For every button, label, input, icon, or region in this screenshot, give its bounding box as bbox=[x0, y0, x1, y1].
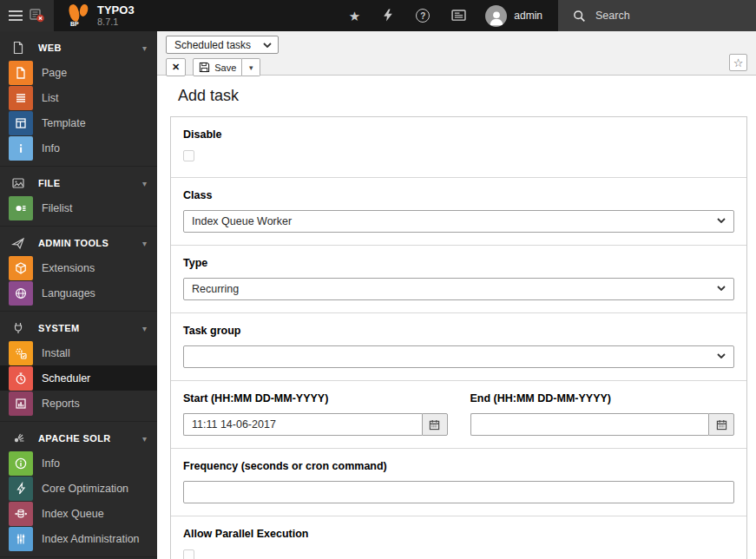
parallel-checkbox[interactable] bbox=[183, 549, 194, 559]
brand-version: 8.7.1 bbox=[97, 16, 135, 27]
menu-header-web[interactable]: WEB ▾ bbox=[0, 36, 157, 60]
close-button[interactable]: ✕ bbox=[166, 58, 186, 76]
chevron-down-icon: ▾ bbox=[142, 43, 147, 53]
solr-info-icon bbox=[9, 451, 33, 476]
docheader: Scheduled tasks ✕ Save ▾ ☆ bbox=[157, 31, 756, 76]
menu-header-apache-solr[interactable]: APACHE SOLR ▾ bbox=[0, 426, 157, 450]
sidebar-item-template[interactable]: Template bbox=[0, 110, 157, 135]
sidebar-item-label: Install bbox=[42, 347, 70, 359]
save-button[interactable]: Save bbox=[193, 58, 242, 76]
form-section-disable: Disable bbox=[171, 117, 746, 177]
menu-header-label: WEB bbox=[38, 43, 62, 53]
calendar-icon bbox=[716, 419, 727, 431]
form-section-frequency: Frequency (seconds or cron command) bbox=[171, 448, 746, 516]
extensions-cube-icon bbox=[9, 256, 33, 280]
start-input[interactable] bbox=[183, 413, 422, 436]
disable-checkbox[interactable] bbox=[183, 150, 194, 161]
brand[interactable]: BP TYPO3 8.7.1 bbox=[54, 0, 157, 31]
chevron-down-icon: ▾ bbox=[142, 324, 147, 333]
help-icon[interactable]: ? bbox=[416, 9, 430, 23]
form-section-parallel: Allow Parallel Execution bbox=[171, 516, 746, 559]
frequency-input[interactable] bbox=[183, 481, 734, 503]
save-options-button[interactable]: ▾ bbox=[242, 58, 260, 76]
menu-header-label: APACHE SOLR bbox=[38, 433, 111, 444]
sidebar-item-index-queue[interactable]: Index Queue bbox=[0, 501, 157, 526]
end-calendar-button[interactable] bbox=[708, 413, 734, 436]
chevron-down-icon: ▾ bbox=[142, 179, 147, 188]
chevron-down-icon bbox=[263, 43, 272, 48]
opendocs-icon[interactable] bbox=[30, 9, 45, 23]
bookmarks-star-icon[interactable]: ★ bbox=[349, 10, 360, 23]
page-icon bbox=[9, 61, 33, 85]
brand-name: TYPO3 bbox=[97, 4, 135, 16]
chevron-down-icon: ▾ bbox=[142, 239, 147, 248]
chevron-down-icon: ▾ bbox=[142, 434, 147, 444]
sidebar-item-install[interactable]: Install bbox=[0, 340, 157, 365]
menu-header-label: FILE bbox=[38, 178, 60, 188]
type-label: Type bbox=[183, 257, 734, 269]
sidebar-item-reports[interactable]: Reports bbox=[0, 391, 157, 416]
sidebar-item-label: Page bbox=[42, 67, 67, 79]
scheduler-clock-icon bbox=[9, 366, 33, 391]
menu-section-admin-tools: ADMIN TOOLS ▾ Extensions Languages bbox=[0, 227, 157, 312]
index-administration-sliders-icon bbox=[9, 527, 33, 551]
start-calendar-button[interactable] bbox=[422, 413, 448, 436]
sidebar-item-label: Info bbox=[42, 457, 60, 470]
topbar-toolbar: ★ ? bbox=[349, 0, 485, 31]
sidebar-item-scheduler[interactable]: Scheduler bbox=[0, 365, 157, 391]
class-label: Class bbox=[183, 189, 734, 201]
start-field-column: Start (HH:MM DD-MM-YYYY) bbox=[183, 392, 448, 436]
menu-header-label: SYSTEM bbox=[38, 323, 80, 333]
bookmark-button[interactable]: ☆ bbox=[729, 54, 747, 71]
search-icon bbox=[573, 10, 586, 23]
menu-header-admin-tools[interactable]: ADMIN TOOLS ▾ bbox=[0, 231, 157, 255]
form-section-task-group: Task group bbox=[171, 312, 746, 380]
sidebar-item-label: Extensions bbox=[42, 262, 95, 274]
sidebar-item-core-optimization[interactable]: Core Optimization bbox=[0, 476, 157, 501]
sidebar-item-solr-info[interactable]: Info bbox=[0, 450, 157, 476]
clear-cache-bolt-icon[interactable] bbox=[382, 9, 394, 23]
logo-text: BP bbox=[70, 21, 79, 27]
sidebar-item-label: Template bbox=[42, 117, 86, 129]
filelist-icon bbox=[9, 196, 33, 220]
file-image-icon bbox=[11, 176, 25, 190]
sidebar-item-info[interactable]: Info bbox=[0, 135, 157, 161]
menu-section-file: FILE ▾ Filelist bbox=[0, 167, 157, 227]
index-queue-database-icon bbox=[9, 502, 33, 526]
sidebar-item-filelist[interactable]: Filelist bbox=[0, 195, 157, 220]
class-select[interactable]: Index Queue Worker bbox=[183, 210, 734, 233]
type-select[interactable]: Recurring bbox=[183, 278, 734, 300]
sidebar-item-index-administration[interactable]: Index Administration bbox=[0, 526, 157, 551]
parallel-label: Allow Parallel Execution bbox=[183, 528, 734, 540]
languages-globe-icon bbox=[9, 281, 33, 306]
sidebar-item-languages[interactable]: Languages bbox=[0, 280, 157, 306]
disable-label: Disable bbox=[183, 128, 734, 141]
search-box[interactable]: Search bbox=[558, 0, 756, 31]
module-function-select[interactable]: Scheduled tasks bbox=[166, 36, 279, 54]
systeminfo-icon[interactable] bbox=[451, 10, 466, 23]
sidebar-item-list[interactable]: List bbox=[0, 85, 157, 110]
avatar bbox=[485, 5, 507, 27]
task-group-select[interactable] bbox=[183, 345, 734, 368]
menu-header-label: ADMIN TOOLS bbox=[38, 238, 108, 248]
menu-icon[interactable] bbox=[9, 15, 23, 16]
web-document-icon bbox=[11, 41, 25, 55]
plug-icon bbox=[11, 321, 25, 335]
topbar: BP TYPO3 8.7.1 ★ ? admin bbox=[0, 0, 756, 31]
end-input[interactable] bbox=[470, 413, 709, 436]
menu-header-file[interactable]: FILE ▾ bbox=[0, 171, 157, 195]
user-name: admin bbox=[514, 10, 542, 22]
module-menu: WEB ▾ Page List Template Info bbox=[0, 31, 157, 559]
user-menu[interactable]: admin bbox=[485, 0, 558, 31]
docheader-buttons: ✕ Save ▾ bbox=[166, 58, 747, 76]
sidebar-item-page[interactable]: Page bbox=[0, 60, 157, 85]
menu-header-system[interactable]: SYSTEM ▾ bbox=[0, 316, 157, 340]
end-label: End (HH:MM DD-MM-YYYY) bbox=[470, 392, 735, 404]
solr-sun-icon bbox=[11, 431, 25, 445]
chevron-down-icon bbox=[717, 218, 726, 223]
floppy-disk-icon bbox=[199, 62, 210, 73]
save-split-button: Save ▾ bbox=[193, 58, 260, 76]
sidebar-item-label: Filelist bbox=[42, 202, 72, 214]
core-optimization-bolt-icon bbox=[9, 477, 33, 501]
sidebar-item-extensions[interactable]: Extensions bbox=[0, 255, 157, 280]
